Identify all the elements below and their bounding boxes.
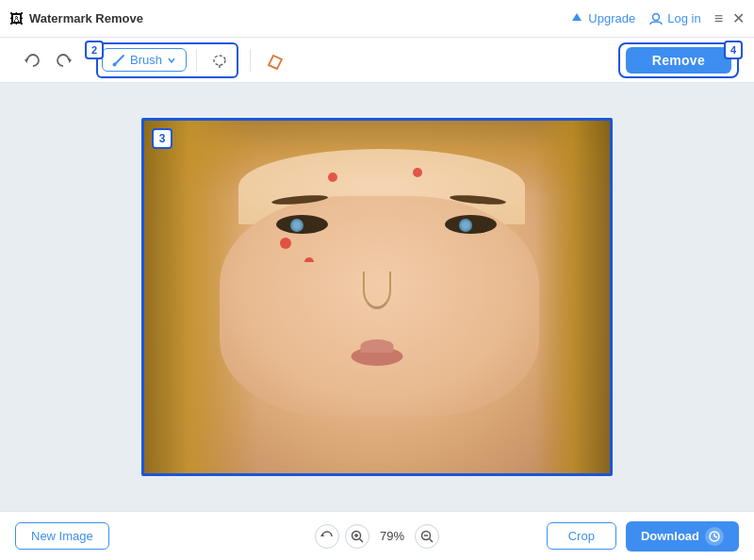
upgrade-label: Upgrade <box>588 11 635 25</box>
lasso-button[interactable] <box>206 47 233 74</box>
user-icon <box>648 11 664 26</box>
app-title: Watermark Remove <box>29 11 143 25</box>
brush-group-wrapper: 2 Brush <box>89 42 238 78</box>
svg-line-8 <box>269 65 277 69</box>
lasso-icon <box>211 52 228 69</box>
lips <box>352 347 403 366</box>
crop-button[interactable]: Crop <box>547 522 616 550</box>
undo-icon <box>24 52 41 69</box>
zoom-controls: 79% <box>315 524 439 549</box>
close-button[interactable]: ✕ <box>732 11 745 26</box>
brush-tool-group: Brush <box>96 42 238 78</box>
toolbar-divider-2 <box>250 49 251 72</box>
window-controls: ≡ ✕ <box>714 11 745 26</box>
new-image-button[interactable]: New Image <box>15 522 109 550</box>
login-label: Log in <box>667 11 700 25</box>
bottom-right: Crop Download <box>547 521 739 552</box>
image-placeholder <box>144 121 610 473</box>
eye-left <box>276 215 328 234</box>
brush-button[interactable]: Brush <box>102 48 187 72</box>
badge-3: 3 <box>152 128 172 149</box>
upgrade-icon <box>569 11 584 26</box>
zoom-in-button[interactable] <box>345 524 369 549</box>
badge-2: 2 <box>85 41 104 59</box>
redo-button[interactable] <box>51 47 77 74</box>
title-bar-left: 🖼 Watermark Remove <box>9 10 143 26</box>
toolbar-divider-1 <box>196 49 197 72</box>
bottom-bar-inner: New Image 79% <box>15 521 739 552</box>
image-container: 3 <box>141 118 613 476</box>
eraser-icon <box>266 51 285 70</box>
remove-group-wrapper: 4 Remove <box>618 42 739 78</box>
brush-icon <box>112 54 125 67</box>
download-label: Download <box>641 529 699 543</box>
canvas-area: 3 <box>0 83 754 511</box>
download-button[interactable]: Download <box>626 521 739 552</box>
menu-button[interactable]: ≡ <box>714 11 723 26</box>
toolbar: 2 Brush <box>0 38 754 83</box>
eraser-button[interactable] <box>262 47 288 74</box>
svg-marker-3 <box>69 58 72 63</box>
eye-right <box>445 215 497 234</box>
clock-icon <box>709 531 720 542</box>
badge-4: 4 <box>724 41 743 59</box>
hair-right <box>534 121 610 473</box>
svg-marker-2 <box>25 58 27 63</box>
svg-line-57 <box>360 538 364 542</box>
remove-button-group: Remove <box>618 42 739 78</box>
upgrade-button[interactable]: Upgrade <box>569 11 635 26</box>
svg-point-1 <box>653 13 660 20</box>
remove-button[interactable]: Remove <box>626 47 731 74</box>
bottom-left: New Image <box>15 522 109 550</box>
zoom-in-icon <box>351 530 364 543</box>
history-controls <box>15 44 81 76</box>
svg-marker-53 <box>320 534 324 536</box>
zoom-value: 79% <box>375 529 409 543</box>
zoom-reset-icon <box>320 530 334 543</box>
undo-button[interactable] <box>19 47 45 74</box>
zoom-out-icon <box>420 530 434 543</box>
svg-point-5 <box>214 56 225 65</box>
title-bar: 🖼 Watermark Remove Upgrade Log in ≡ ✕ <box>0 0 754 38</box>
svg-line-63 <box>714 536 717 537</box>
login-button[interactable]: Log in <box>648 11 700 26</box>
svg-marker-0 <box>572 13 582 21</box>
zoom-reset-button[interactable] <box>315 524 339 549</box>
brush-label: Brush <box>130 53 162 67</box>
zoom-out-button[interactable] <box>415 524 439 549</box>
svg-line-60 <box>430 538 434 542</box>
redo-icon <box>56 52 73 69</box>
title-bar-right: Upgrade Log in ≡ ✕ <box>569 11 745 26</box>
bottom-bar: New Image 79% <box>0 511 754 560</box>
svg-marker-7 <box>269 56 282 69</box>
download-icon <box>705 527 724 546</box>
app-icon: 🖼 <box>9 10 24 26</box>
nose <box>363 272 391 309</box>
svg-point-4 <box>113 62 117 66</box>
chevron-down-icon <box>167 56 176 65</box>
